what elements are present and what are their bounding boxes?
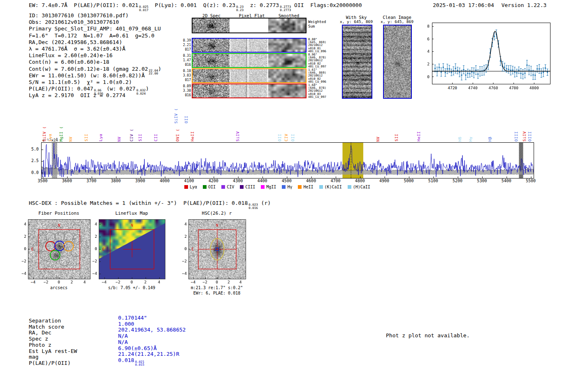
spectrum-xtick-label: 4600 (303, 179, 319, 183)
match-table-value: 0.0180.0210.015 (118, 357, 250, 363)
spec2d-row (192, 38, 307, 53)
observation-info-line: ID: 3013077610 (3013077610.pdf) (29, 12, 202, 19)
elixer-report-page: 2025-01-03 17:06:04Version 1.22.3 2D Spe… (0, 0, 576, 392)
spectrum-ytick-label: 5.0 (28, 147, 39, 151)
info-text: Primary Spec_Slot_IFU_AMP: 401_079_068_L… (29, 26, 161, 32)
cutout-xtick-label: −2 (42, 280, 50, 284)
spec2d-label-line: 401_LU_097 (308, 65, 330, 68)
spectrum-legend-swatch (203, 185, 207, 189)
spectrum-legend-swatch (221, 185, 225, 189)
info-text: ) (146, 86, 149, 92)
spectrum-legend-item: MgII (261, 185, 276, 189)
report-header-line: EW: 7.4±0.7Å P(LAE)/P(OII): 0.0210.0250.… (29, 2, 428, 9)
cutout-ytick-label: −4 (177, 271, 187, 276)
cutout-xtick-label: 2 (67, 280, 76, 284)
observation-info-line: LyA z = 2.9170 OII z = 0.2774 (29, 92, 202, 99)
cutout-xtick-label: 4 (155, 280, 163, 284)
observation-info-line: P(LAE)/P(OII): 0.0470.060.036 (w: 0.0270… (29, 86, 202, 92)
info-text: ID: 3013077610 (3013077610.pdf) (29, 12, 129, 19)
match-value-text: N/A (118, 339, 128, 345)
hscdex-text: HSC-DEX : Possible Matches = 1 (within +… (29, 200, 248, 206)
linefit-ytick-label: 2 (422, 62, 430, 66)
spectrum-line-label: CIV ( (129, 129, 134, 141)
spectrum-line-label: SiIV ( (42, 126, 46, 141)
cutout-ytick-label: 2 (177, 234, 187, 239)
hscdex-text: (r) (258, 200, 271, 206)
withsky-image (342, 25, 372, 99)
match-table-value: 1.000 (118, 321, 250, 327)
hscdex-lower-bound: 0.016 (249, 206, 258, 210)
spec2d-row (192, 68, 307, 83)
header-bounds: 0.0250.017 (138, 5, 149, 12)
spec2d-row-values: 0.103.03017 (180, 69, 191, 83)
hscdex-bounds: 0.0230.016 (248, 203, 258, 209)
match-table-label: P(LAE)/P(OII) (29, 360, 115, 366)
info-text: Cont(n) = 6.00(±0.60)e-18 (29, 59, 109, 65)
cutout-xtick-label: 0 (213, 280, 221, 284)
cutout-ytick-label: −2 (16, 259, 26, 263)
cutout-xtick-label: 4 (237, 280, 245, 284)
observation-info-line: Primary Spec_Slot_IFU_AMP: 401_079_068_L… (29, 26, 202, 32)
spectrum-line-label: OVI ( (175, 129, 180, 141)
info-text: F=1.6" T=0.172 N=1.07 A=0.61 g=25.0 (29, 32, 154, 39)
header-text: OII Flags:0x20000000 (291, 2, 362, 8)
hsc-cutout-title: HSC(26.2) r (188, 211, 245, 216)
hsc-cutout-canvas (188, 219, 246, 279)
spectrum-legend-item: OII (203, 185, 216, 189)
spec2d-row (192, 18, 307, 33)
cutout-xtick-label: −2 (201, 280, 209, 284)
spectrum-line-label: Lyα (98, 134, 103, 141)
spectrum-line-label: OIII (527, 131, 532, 141)
spectrum-legend-item: Lyα (184, 185, 197, 189)
spectrum-line-label: Hβ (488, 137, 492, 141)
match-table-value: 6.90(±0.65)Å (118, 345, 250, 351)
fiber-positions-xlabel: arcsecs (28, 285, 90, 290)
cleanimage-image (383, 25, 412, 99)
linefit-xtick-label: 4800 (527, 86, 541, 90)
observation-info-line: Obs: 20210612v010_3013077610 (29, 19, 202, 26)
spec2d-row-values: 0.311.47016 (180, 53, 191, 67)
spectrum-line-label: OII (277, 134, 282, 141)
spectrum-xtick-label: 5100 (425, 179, 441, 183)
spec2d-row (192, 53, 307, 68)
spec2d-row-value: 2.21 (180, 43, 191, 47)
spec2d-image (193, 54, 230, 67)
info-text: EWr = 11.00(±1.50) (w: 8.60(±0.82))Å (29, 72, 145, 79)
spec2d-row-value: 3.30 (180, 88, 191, 93)
pixelflat-image (230, 69, 267, 82)
spec2d-image (193, 39, 230, 52)
linefit-plot (432, 23, 550, 84)
header-bounds: 0.27730.2773 (279, 5, 291, 12)
spectrum-legend-label: Hγ (287, 185, 292, 189)
fiber-positions-title: Fiber Positions (28, 211, 90, 216)
observation-info-line: F=1.6" T=0.172 N=1.07 A=0.61 g=25.0 (29, 32, 202, 39)
spectrum-legend-item: HeII (298, 185, 313, 189)
observation-info-line: S/N = 11.1(±0.5) χ² = 1.0(±0.2) (29, 79, 202, 86)
spectrum-line-label: Lyα (48, 134, 52, 141)
cutout-ytick-label: −2 (177, 259, 187, 263)
match-value-lower-bound: 0.015 (135, 363, 144, 366)
pixelflat-image (230, 19, 267, 32)
cutout-ytick-label: 0 (16, 246, 26, 251)
linefit-ytick-label: 0 (422, 74, 430, 79)
match-table-value: N/A (118, 333, 250, 339)
match-value-text: 202.419634, 53.868652 (118, 327, 186, 333)
spectrum-xtick-label: 4400 (254, 179, 270, 183)
spec2d-row-value: 0.10 (180, 69, 191, 73)
spec2d-weighted-label: WeightedSum (308, 20, 330, 35)
spectrum-legend-swatch (319, 185, 323, 189)
spectrum-legend-label: OII (208, 185, 216, 189)
info-text: LyA z = 2.9170 OII z = 0.2774 (29, 92, 125, 98)
spectrum-legend-swatch (348, 185, 351, 189)
linefit-ytick-label: 4 (422, 49, 430, 53)
match-table-label: Photo z (29, 342, 115, 348)
spectrum-legend-label: CIII (245, 185, 255, 189)
spectrum-legend-swatch (261, 185, 265, 189)
report-meta: 2025-01-03 17:06:04Version 1.22.3 (433, 2, 550, 8)
spec2d-image (193, 84, 230, 97)
match-table-label: Separation (29, 318, 115, 324)
spec2d-label-line: 401_LU_096 (308, 80, 330, 83)
spectrum-legend-swatch (282, 185, 286, 189)
lineflux-map-xlabel: s/b: 7.05 +/- 0.149 (94, 285, 170, 290)
info-text: (w: 0.027 (103, 86, 135, 92)
